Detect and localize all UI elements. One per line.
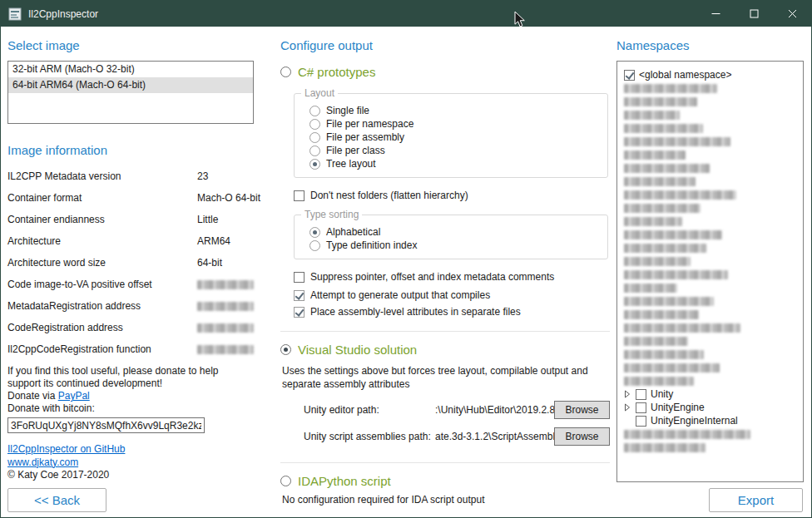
layout-groupbox-title: Layout: [301, 87, 338, 99]
namespace-label: Unity: [651, 388, 673, 400]
namespace-checkbox[interactable]: [636, 389, 646, 400]
radio-icon[interactable]: [309, 106, 320, 116]
close-button[interactable]: [773, 1, 811, 27]
website-link[interactable]: www.djkaty.com: [7, 456, 78, 468]
visual-studio-solution-radio[interactable]: Visual Studio solution: [280, 342, 610, 358]
radio-icon[interactable]: [280, 67, 291, 77]
generate-compilable-output-checkbox-row[interactable]: Attempt to generate output that compiles: [294, 289, 610, 301]
info-label: Il2CppCodeRegistration function: [7, 343, 197, 355]
unity-script-assemblies-browse-button[interactable]: Browse: [554, 427, 610, 446]
namespace-checkbox[interactable]: [636, 402, 646, 413]
minimize-button[interactable]: [696, 1, 735, 27]
donate-text: If you find this tool useful, please don…: [7, 365, 239, 390]
assembly-attributes-separate-files-checkbox-row[interactable]: Place assembly-level attributes in separ…: [294, 306, 610, 318]
layout-option-file-per-namespace[interactable]: File per namespace: [309, 117, 599, 131]
redacted-namespace: [624, 204, 701, 213]
checkbox-icon[interactable]: [294, 272, 304, 283]
sorting-option-type-definition-index[interactable]: Type definition index: [309, 239, 599, 252]
radio-icon[interactable]: [280, 344, 291, 355]
flatten-hierarchy-checkbox-row[interactable]: Don't nest folders (flatten hierarchy): [294, 190, 610, 201]
namespace-row[interactable]: Unity: [622, 387, 798, 401]
radio-icon[interactable]: [280, 476, 291, 486]
layout-option-single-file[interactable]: Single file: [309, 104, 599, 117]
info-row: Container endiannessLittle: [7, 209, 254, 230]
namespace-row[interactable]: <global namespace>: [622, 68, 798, 81]
redacted-value: [197, 280, 254, 289]
listbox-item[interactable]: 64-bit ARM64 (Mach-O 64-bit): [8, 77, 253, 93]
sorting-option-alphabetical[interactable]: Alphabetical: [309, 225, 599, 239]
redacted-namespace: [624, 297, 714, 306]
namespace-row-redacted: [622, 95, 798, 108]
copyright-text: © Katy Coe 2017-2020: [7, 469, 254, 482]
paypal-link[interactable]: PayPal: [58, 390, 90, 402]
radio-icon[interactable]: [309, 159, 320, 170]
redacted-namespace: [624, 230, 722, 239]
back-button[interactable]: << Back: [7, 488, 106, 512]
redacted-namespace: [624, 284, 677, 293]
unity-editor-path-browse-button[interactable]: Browse: [554, 401, 610, 419]
csharp-prototypes-radio[interactable]: C# prototypes: [280, 64, 610, 80]
github-link[interactable]: Il2CppInspector on GitHub: [7, 443, 125, 455]
redacted-namespace: [624, 310, 699, 319]
namespace-row-redacted: [622, 294, 798, 308]
radio-icon[interactable]: [309, 146, 320, 156]
namespace-tree[interactable]: <global namespace>UnityUnityEngineUnityE…: [616, 61, 804, 482]
namespace-row-redacted: [622, 108, 798, 121]
donate-via-text: Donate via: [7, 390, 58, 402]
checkbox-icon[interactable]: [294, 290, 304, 301]
layout-option-tree-layout[interactable]: Tree layout: [309, 157, 599, 170]
image-information-heading: Image information: [7, 137, 254, 159]
option-label: File per assembly: [326, 131, 404, 143]
links-block: Il2CppInspector on GitHub www.djkaty.com…: [7, 443, 254, 482]
radio-icon[interactable]: [309, 132, 320, 143]
namespace-row-redacted: [622, 441, 798, 454]
namespace-row-redacted: [622, 374, 798, 387]
checkbox-icon[interactable]: [294, 307, 304, 318]
checkbox-label: Attempt to generate output that compiles: [310, 289, 490, 301]
option-label: Tree layout: [326, 158, 376, 170]
info-value: ARM64: [197, 235, 230, 247]
info-value: Little: [197, 214, 218, 225]
radio-icon[interactable]: [309, 240, 320, 251]
window-controls: [696, 1, 811, 27]
expander-icon[interactable]: [624, 390, 631, 398]
namespace-row[interactable]: UnityEngineInternal: [622, 414, 798, 427]
bitcoin-address-input[interactable]: [7, 417, 205, 433]
checkbox-icon[interactable]: [294, 190, 304, 201]
radio-icon[interactable]: [309, 119, 320, 130]
redacted-namespace: [624, 217, 682, 226]
type-sorting-groupbox-title: Type sorting: [301, 209, 362, 220]
info-value: 64-bit: [197, 257, 222, 269]
image-listbox[interactable]: 32-bit ARM (Mach-O 32-bit)64-bit ARM64 (…: [7, 61, 254, 124]
expander-icon[interactable]: [624, 403, 631, 412]
namespace-row-redacted: [622, 241, 798, 254]
option-label: File per class: [326, 145, 385, 156]
redacted-namespace: [624, 257, 691, 266]
checkbox-label: Suppress pointer, offset and index metad…: [310, 271, 554, 283]
layout-groupbox: Layout Single file File per namespace Fi…: [294, 93, 608, 178]
namespace-row-redacted: [622, 175, 798, 188]
maximize-button[interactable]: [735, 1, 773, 27]
namespace-checkbox[interactable]: [636, 416, 646, 427]
export-button[interactable]: Export: [709, 488, 803, 512]
suppress-metadata-comments-checkbox-row[interactable]: Suppress pointer, offset and index metad…: [294, 271, 610, 283]
redacted-namespace: [624, 177, 696, 186]
namespace-label: UnityEngine: [651, 402, 705, 413]
listbox-item[interactable]: 32-bit ARM (Mach-O 32-bit): [8, 62, 253, 77]
namespace-row-redacted: [622, 81, 798, 95]
info-label: Architecture: [7, 235, 197, 247]
layout-option-file-per-class[interactable]: File per class: [309, 144, 599, 157]
namespace-row-redacted: [622, 334, 798, 348]
unity-script-assemblies-path-value: ate.3d-3.1.2\ScriptAssemblies: [435, 431, 554, 442]
redacted-namespace: [624, 377, 694, 386]
csharp-prototypes-label: C# prototypes: [298, 64, 375, 80]
namespace-row-redacted: [622, 268, 798, 281]
namespace-checkbox[interactable]: [624, 70, 635, 81]
unity-editor-path-value: :\Unity\Hub\Editor\2019.2.8f1: [435, 404, 554, 416]
idapython-script-radio[interactable]: IDAPython script: [280, 473, 610, 489]
layout-option-file-per-assembly[interactable]: File per assembly: [309, 131, 599, 144]
namespace-row[interactable]: UnityEngine: [622, 401, 798, 414]
redacted-value: [197, 345, 254, 354]
radio-icon[interactable]: [309, 227, 320, 238]
donate-paypal-line: Donate via PayPal: [7, 390, 254, 402]
